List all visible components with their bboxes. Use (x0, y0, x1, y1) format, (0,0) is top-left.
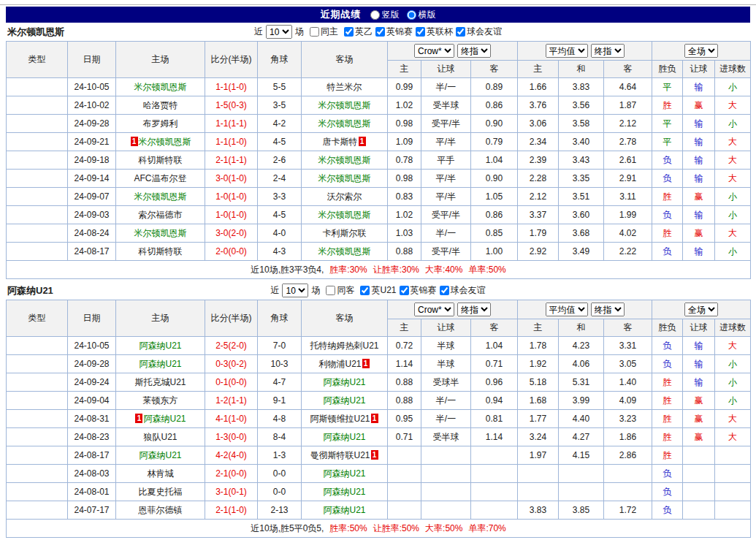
odds-stage-select[interactable]: 终指 (457, 44, 491, 58)
match-type[interactable]: 英锦赛 (7, 392, 68, 410)
view-radio[interactable] (407, 10, 416, 20)
away-team-name[interactable]: 特兰米尔 (327, 82, 362, 92)
away-team-name[interactable]: 阿森纳U21 (323, 505, 365, 515)
away-team-name[interactable]: 沃尔索尔 (327, 191, 362, 202)
score-cell[interactable]: 2-1(1-1) (205, 151, 258, 170)
away-team-name[interactable]: 阿森纳U21 (323, 468, 365, 479)
away-team-name[interactable]: 曼彻斯特联U21 (310, 450, 370, 460)
away-team-name[interactable]: 米尔顿凯恩斯 (318, 246, 371, 256)
away-team-name[interactable]: 阿森纳U21 (323, 432, 365, 442)
away-team-name[interactable]: 阿森纳U21 (323, 487, 365, 497)
score-cell[interactable]: 2-5(2-0) (205, 337, 258, 355)
home-team-name[interactable]: 米尔顿凯恩斯 (134, 191, 187, 202)
away-team-name[interactable]: 托特纳姆热刺U21 (310, 341, 378, 351)
score-cell[interactable]: 0-3(0-2) (205, 355, 258, 373)
match-type[interactable]: 英U21 (7, 355, 68, 373)
away-team-name[interactable]: 米尔顿凯恩斯 (318, 155, 371, 165)
odds-stage-select[interactable]: 终指 (457, 303, 491, 316)
league-checkbox[interactable] (360, 286, 370, 295)
view-radio[interactable] (370, 10, 380, 20)
home-team-name[interactable]: 布罗姆利 (143, 118, 178, 129)
home-team-name[interactable]: 阿森纳U21 (139, 450, 181, 460)
league-filter[interactable]: 英联杯 (413, 26, 453, 38)
score-cell[interactable]: 2-1(0-0) (205, 465, 258, 483)
league-checkbox[interactable] (440, 286, 449, 295)
match-type[interactable]: 英U21 (7, 337, 68, 355)
scope-select[interactable]: 全场 (684, 44, 718, 58)
score-cell[interactable]: 1-3(0-0) (205, 428, 258, 446)
league-filter[interactable]: 球会友谊 (437, 284, 486, 297)
home-team-name[interactable]: 恩菲尔德镇 (139, 505, 183, 515)
same-venue-checkbox[interactable] (326, 286, 335, 295)
view-option[interactable]: 横版 (407, 9, 436, 21)
league-filter[interactable]: 球会友谊 (453, 26, 502, 38)
away-team-name[interactable]: 阿斯顿维拉U21 (310, 414, 370, 424)
home-team-name[interactable]: 索尔福德市 (139, 210, 183, 220)
match-count-select[interactable]: 10 (266, 25, 292, 39)
odds-company-select[interactable]: Crow* (414, 44, 454, 58)
score-cell[interactable]: 3-0(1-0) (205, 170, 258, 188)
score-cell[interactable]: 2-0(0-0) (205, 243, 258, 261)
league-checkbox[interactable] (344, 27, 354, 37)
match-type[interactable]: 英U21 (7, 428, 68, 446)
home-team-name[interactable]: 米尔顿凯恩斯 (139, 137, 191, 147)
league-checkbox[interactable] (400, 286, 409, 295)
home-team-name[interactable]: 比夏史托福 (139, 487, 183, 497)
home-team-name[interactable]: 米尔顿凯恩斯 (134, 228, 187, 238)
league-checkbox[interactable] (416, 27, 425, 37)
avg-source-select[interactable]: 平均值 (546, 303, 588, 316)
match-type[interactable]: 英U21 (7, 373, 68, 392)
score-cell[interactable]: 4-2(4-0) (205, 446, 258, 465)
home-team-name[interactable]: 狼队U21 (143, 432, 177, 442)
match-type[interactable]: 英乙 (7, 188, 68, 206)
match-type[interactable]: 英乙 (7, 96, 68, 115)
league-checkbox[interactable] (456, 27, 465, 37)
home-team-name[interactable]: 科切斯特联 (139, 246, 183, 256)
match-type[interactable]: 英乙 (7, 133, 68, 151)
home-team-name[interactable]: 科切斯特联 (139, 155, 183, 165)
home-team-name[interactable]: 林肯城 (148, 468, 174, 479)
same-venue-checkbox[interactable] (310, 27, 319, 37)
match-type[interactable]: 英U21 (7, 410, 68, 428)
away-team-name[interactable]: 唐卡斯特 (323, 137, 358, 147)
score-cell[interactable]: 1-0(1-0) (205, 206, 258, 224)
score-cell[interactable]: 1-2(1-1) (205, 392, 258, 410)
match-type[interactable]: 球会友谊 (7, 483, 68, 501)
avg-source-select[interactable]: 平均值 (546, 44, 588, 58)
away-team-name[interactable]: 米尔顿凯恩斯 (318, 210, 371, 220)
score-cell[interactable]: 1-1(1-1) (205, 115, 258, 133)
away-team-name[interactable]: 利物浦U21 (318, 359, 361, 369)
same-venue-filter[interactable]: 同客 (323, 284, 354, 297)
match-type[interactable]: 球会友谊 (7, 501, 68, 520)
league-filter[interactable]: 英U21 (357, 284, 396, 297)
away-team-name[interactable]: 阿森纳U21 (323, 395, 365, 406)
home-team-name[interactable]: 哈洛贾特 (143, 100, 178, 110)
league-filter[interactable]: 英乙 (341, 26, 373, 38)
home-team-name[interactable]: 莱顿东方 (143, 395, 178, 406)
score-cell[interactable]: 4-1(1-0) (205, 410, 258, 428)
score-cell[interactable]: 1-0(1-0) (205, 188, 258, 206)
score-cell[interactable]: 1-1(1-0) (205, 78, 258, 96)
league-filter[interactable]: 英锦赛 (397, 284, 437, 297)
score-cell[interactable]: 2-1(1-0) (205, 501, 258, 520)
away-team-name[interactable]: 卡利斯尔联 (323, 228, 367, 238)
league-checkbox[interactable] (375, 27, 385, 37)
avg-stage-select[interactable]: 终指 (591, 44, 625, 58)
home-team-name[interactable]: 斯托克城U21 (134, 377, 186, 387)
home-team-name[interactable]: 阿森纳U21 (139, 341, 181, 351)
match-type[interactable]: 英乙 (7, 115, 68, 133)
match-count-select[interactable]: 10 (282, 284, 308, 297)
away-team-name[interactable]: 米尔顿凯恩斯 (318, 173, 371, 183)
home-team-name[interactable]: 阿森纳U21 (143, 414, 186, 424)
score-cell[interactable]: 3-0(2-0) (205, 224, 258, 243)
score-cell[interactable]: 3-1(0-1) (205, 483, 258, 501)
same-venue-filter[interactable]: 同主 (307, 26, 338, 38)
home-team-name[interactable]: AFC温布尔登 (134, 173, 187, 183)
match-type[interactable]: 英U21 (7, 446, 68, 465)
home-team-name[interactable]: 阿森纳U21 (139, 359, 181, 369)
match-type[interactable]: 英锦赛 (7, 151, 68, 170)
league-filter[interactable]: 英锦赛 (373, 26, 413, 38)
match-type[interactable]: 英乙 (7, 170, 68, 188)
score-cell[interactable]: 0-1(0-0) (205, 373, 258, 392)
away-team-name[interactable]: 阿森纳U21 (323, 377, 365, 387)
